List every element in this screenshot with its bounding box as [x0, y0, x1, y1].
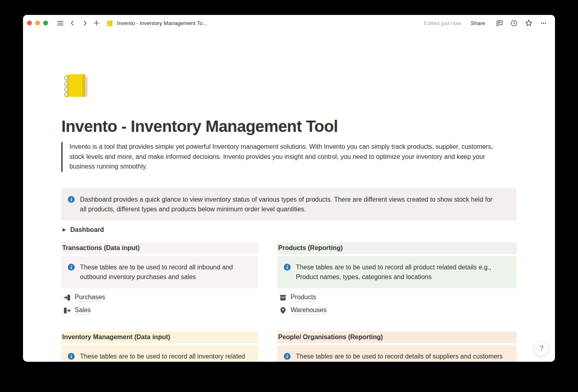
section-people-organisations: People/ Organisations (Reporting) i Thes…	[277, 332, 517, 362]
archive-box-icon	[279, 294, 287, 302]
page-link-label: Warehouses	[291, 307, 327, 315]
new-tab-icon[interactable]	[92, 18, 101, 28]
transactions-callout: i These tables are to be used to record …	[61, 256, 258, 288]
share-button[interactable]: Share	[471, 20, 485, 26]
forward-icon[interactable]	[80, 18, 90, 28]
sidebar-menu-icon[interactable]	[55, 18, 65, 28]
help-button-label: ?	[539, 344, 543, 353]
people-callout: i These tables are to be used to record …	[277, 345, 517, 362]
page-link-sales[interactable]: Sales	[61, 305, 258, 316]
page-content: Invento - Inventory Management Tool Inve…	[23, 71, 555, 362]
section-transactions: Transactions (Data input) i These tables…	[61, 242, 258, 318]
comments-icon[interactable]	[494, 18, 504, 28]
inventory-callout-text: These tables are to be used to record al…	[80, 352, 255, 362]
favorite-star-icon[interactable]	[524, 18, 534, 28]
section-inventory-management: Inventory Management (Data input) i Thes…	[61, 332, 258, 362]
close-window-button[interactable]	[27, 21, 32, 25]
history-clock-icon[interactable]	[509, 18, 519, 28]
sign-in-icon	[63, 294, 71, 302]
titlebar: Invento - Inventory Management To... Edi…	[23, 15, 555, 31]
window-title: Invento - Inventory Management To...	[117, 20, 207, 26]
page-link-warehouses[interactable]: Warehouses	[277, 305, 517, 316]
back-icon[interactable]	[67, 18, 77, 28]
page-link-label: Sales	[75, 307, 91, 315]
help-button[interactable]: ?	[534, 341, 549, 356]
products-callout: i These tables are to be used to record …	[277, 256, 517, 288]
info-icon: i	[284, 264, 291, 271]
section-header-inventory: Inventory Management (Data input)	[61, 332, 258, 343]
titlebar-actions: •••	[494, 18, 549, 28]
app-window: Invento - Inventory Management To... Edi…	[23, 15, 555, 362]
section-title: People/ Organisations (Reporting)	[278, 334, 383, 341]
dashboard-toggle[interactable]: ▶ Dashboard	[61, 225, 517, 235]
dashboard-toggle-label: Dashboard	[70, 226, 104, 234]
edited-status: Edited just now	[424, 20, 461, 26]
transactions-callout-text: These tables are to be used to record al…	[80, 263, 233, 282]
sections-grid: Transactions (Data input) i These tables…	[61, 242, 517, 362]
section-header-products: Products (Reporting)	[277, 242, 517, 254]
transactions-links: Purchases Sales	[61, 292, 258, 316]
section-title: Inventory Management (Data input)	[62, 334, 170, 341]
page-title: Invento - Inventory Management Tool	[61, 118, 517, 135]
minimize-window-button[interactable]	[35, 21, 40, 25]
page-link-label: Products	[291, 294, 316, 302]
more-options-icon[interactable]: •••	[539, 18, 549, 28]
dashboard-callout-text: Dashboard provides a quick glance to vie…	[80, 195, 492, 214]
traffic-lights	[27, 21, 48, 25]
section-title: Transactions (Data input)	[62, 244, 140, 252]
page-link-label: Purchases	[75, 294, 105, 302]
maximize-window-button[interactable]	[43, 21, 48, 25]
products-callout-text: These tables are to be used to record al…	[296, 263, 491, 282]
sign-out-icon	[63, 307, 71, 315]
info-icon: i	[68, 264, 75, 271]
page-link-purchases[interactable]: Purchases	[61, 292, 258, 303]
products-links: Products Warehouses	[277, 292, 517, 316]
section-products: Products (Reporting) i These tables are …	[277, 242, 517, 318]
info-icon: i	[68, 353, 75, 360]
info-icon: i	[68, 196, 75, 203]
page-emoji-icon	[106, 19, 114, 27]
location-pin-icon	[279, 307, 287, 315]
inventory-callout: i These tables are to be used to record …	[61, 345, 258, 362]
people-callout-text: These tables are to be used to record de…	[296, 352, 503, 361]
dashboard-callout: i Dashboard provides a quick glance to v…	[61, 188, 517, 221]
section-header-people: People/ Organisations (Reporting)	[277, 332, 517, 343]
page-icon-notebook[interactable]	[61, 71, 91, 100]
quote-text: Invento is a tool that provides simple y…	[69, 143, 493, 170]
quote-block: Invento is a tool that provides simple y…	[61, 142, 509, 172]
toggle-arrow-icon[interactable]: ▶	[61, 227, 70, 232]
page-link-products[interactable]: Products	[277, 292, 517, 303]
section-header-transactions: Transactions (Data input)	[61, 242, 258, 254]
section-title: Products (Reporting)	[278, 244, 343, 252]
info-icon: i	[284, 353, 291, 360]
